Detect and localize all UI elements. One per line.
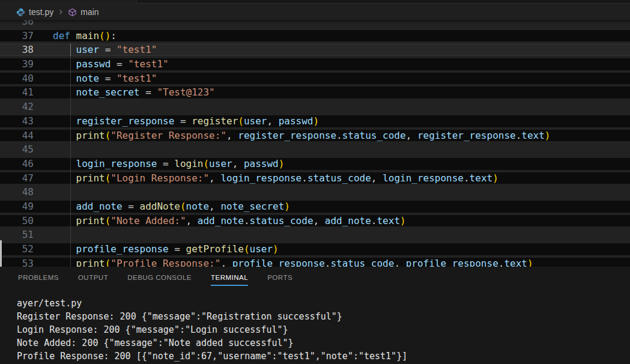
vscode-window: test.py main 3637def main():38 user = "t… [0,0,630,364]
code-line-44[interactable]: 44 print("Register Response:", register_… [0,129,630,143]
line-number[interactable]: 49 [0,199,34,214]
line-number[interactable]: 43 [0,114,34,129]
code-text: register_response = register(user, passw… [53,114,319,129]
tab-ports[interactable]: PORTS [267,274,292,286]
breadcrumb-symbol-label: main [80,7,98,17]
code-text: print("Profile Response:", profile_respo… [53,256,533,267]
code-line-36[interactable]: 36 [0,20,630,29]
breadcrumb-file-label: test.py [29,7,53,17]
code-line-38[interactable]: 38 user = "test1" [0,43,630,57]
terminal-line: Profile Response: 200 [{"note_id":67,"us… [17,350,630,363]
line-number[interactable]: 41 [0,85,34,100]
tab-debug-console[interactable]: DEBUG CONSOLE [127,274,192,286]
code-text: print("Register Response:", register_res… [53,129,550,143]
code-text: add_note = addNote(note, note_secret) [53,199,290,214]
code-text: profile_response = getProfile(user) [53,242,279,256]
code-line-42[interactable]: 42 [0,100,630,114]
terminal-line: Register Response: 200 {"message":"Regis… [17,310,630,323]
code-line-45[interactable]: 45 [0,142,630,157]
terminal-line: Note Added: 200 {"message":"Note added s… [17,336,630,350]
chevron-right-icon [57,8,64,16]
line-number[interactable]: 52 [0,242,34,256]
code-text: print("Note Added:", add_note.status_cod… [53,214,406,228]
panel-tab-bar: PROBLEMS OUTPUT DEBUG CONSOLE TERMINAL P… [0,267,630,288]
code-line-50[interactable]: 50 print("Note Added:", add_note.status_… [0,214,630,228]
line-number[interactable]: 47 [0,171,34,186]
method-cube-icon [68,8,77,17]
code-line-43[interactable]: 43 register_response = register(user, pa… [0,114,630,129]
terminal-output[interactable]: ayer/test.pyRegister Response: 200 {"mes… [0,288,630,363]
active-tab-edge [0,0,137,4]
line-number[interactable]: 46 [0,157,34,171]
code-line-48[interactable]: 48 [0,185,630,199]
code-line-37[interactable]: 37def main(): [0,29,630,43]
editor-tab-strip [0,0,630,4]
tab-problems[interactable]: PROBLEMS [18,274,59,286]
line-number[interactable]: 36 [0,20,34,29]
code-line-41[interactable]: 41 note_secret = "Test@123" [0,85,630,100]
line-number[interactable]: 53 [0,256,34,267]
line-number[interactable]: 37 [0,29,34,43]
code-text: print("Login Response:", login_response.… [53,171,498,186]
code-text: def main(): [53,29,117,43]
bottom-panel: PROBLEMS OUTPUT DEBUG CONSOLE TERMINAL P… [0,267,630,364]
code-line-52[interactable]: 52 profile_response = getProfile(user) [0,242,630,256]
code-text: note = "test1" [53,71,157,86]
terminal-line: Login Response: 200 {"message":"Login su… [17,323,630,336]
line-number[interactable]: 42 [0,100,34,114]
code-line-51[interactable]: 51 [0,228,630,242]
line-number[interactable]: 40 [0,71,34,86]
active-indent-guide [70,44,71,56]
python-icon [16,8,25,17]
line-number[interactable]: 50 [0,214,34,228]
code-line-47[interactable]: 47 print("Login Response:", login_respon… [0,171,630,186]
line-number[interactable]: 51 [0,228,34,242]
code-line-46[interactable]: 46 login_response = login(user, passwd) [0,157,630,171]
breadcrumb-symbol[interactable]: main [68,7,98,17]
terminal-line: ayer/test.py [17,297,630,310]
breadcrumb-file[interactable]: test.py [16,7,53,17]
indent-guide [70,43,71,267]
breadcrumb: test.py main [0,4,630,20]
line-number[interactable]: 44 [0,129,34,143]
code-editor[interactable]: 3637def main():38 user = "test1"39 passw… [0,20,630,267]
code-line-49[interactable]: 49 add_note = addNote(note, note_secret) [0,199,630,214]
code-line-39[interactable]: 39 passwd = "test1" [0,57,630,71]
code-text: login_response = login(user, passwd) [53,157,284,171]
left-scroll-decoration[interactable] [0,240,2,267]
line-number[interactable]: 38 [0,43,34,57]
line-number[interactable]: 48 [0,185,34,199]
line-number[interactable]: 39 [0,57,34,71]
code-line-53[interactable]: 53 print("Profile Response:", profile_re… [0,256,630,267]
code-text: note_secret = "Test@123" [53,85,215,100]
code-line-40[interactable]: 40 note = "test1" [0,71,630,86]
tab-output[interactable]: OUTPUT [78,274,108,286]
tab-terminal[interactable]: TERMINAL [211,274,248,286]
line-number[interactable]: 45 [0,142,34,157]
code-text: user = "test1" [53,43,157,57]
